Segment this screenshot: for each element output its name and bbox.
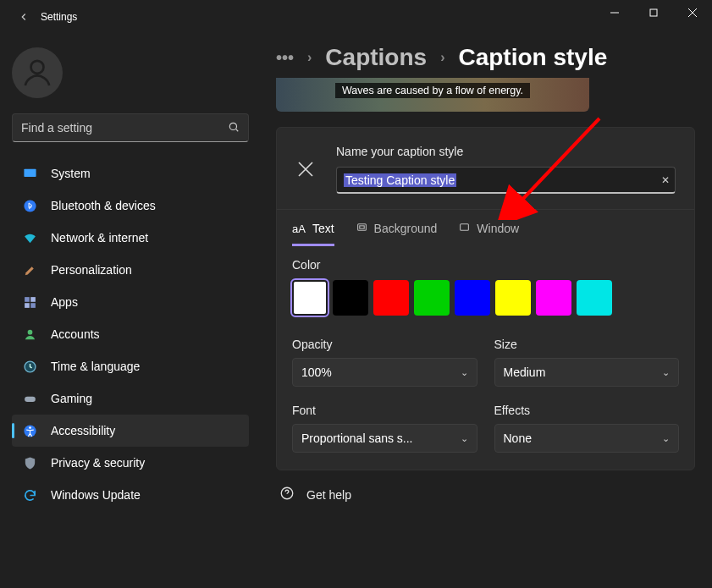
color-swatch-black[interactable]	[333, 280, 368, 316]
sidebar-item-label: Time & language	[51, 360, 140, 373]
chevron-right-icon: ›	[307, 50, 312, 65]
maximize-button[interactable]	[634, 0, 673, 25]
sidebar-item-privacy[interactable]: Privacy & security	[12, 447, 249, 479]
svg-rect-16	[25, 396, 36, 401]
svg-line-6	[236, 129, 239, 131]
sidebar-item-system[interactable]: System	[12, 157, 249, 190]
color-swatch-green[interactable]	[414, 280, 450, 316]
font-select[interactable]: Proportional sans s... ⌄	[292, 424, 477, 453]
style-name-input[interactable]: Testing Caption style ✕	[336, 167, 676, 194]
avatar[interactable]	[12, 47, 63, 98]
accounts-icon	[22, 327, 37, 342]
color-swatch-magenta[interactable]	[536, 280, 571, 316]
sidebar: System Bluetooth & devices Network & int…	[0, 34, 261, 588]
chevron-down-icon: ⌄	[461, 367, 468, 378]
tab-label: Text	[312, 222, 334, 235]
sidebar-item-network[interactable]: Network & internet	[12, 222, 249, 254]
chevron-down-icon: ⌄	[461, 433, 468, 444]
svg-rect-19	[357, 224, 366, 231]
tab-label: Background	[374, 222, 438, 235]
tab-window[interactable]: Window	[459, 222, 519, 246]
effects-select[interactable]: None ⌄	[494, 424, 680, 453]
tab-label: Window	[477, 222, 519, 235]
main-content: ••• › Captions › Caption style Waves are…	[261, 34, 712, 588]
background-icon	[356, 222, 367, 235]
opacity-value: 100%	[301, 365, 332, 379]
sidebar-item-apps[interactable]: Apps	[12, 286, 249, 318]
sidebar-item-label: Privacy & security	[51, 456, 145, 470]
opacity-select[interactable]: 100% ⌄	[292, 358, 477, 387]
tab-text[interactable]: aA Text	[292, 222, 334, 246]
accessibility-icon	[22, 423, 37, 438]
svg-point-9	[24, 200, 36, 212]
svg-point-4	[31, 61, 44, 74]
minimize-button[interactable]	[595, 0, 634, 25]
chevron-down-icon: ⌄	[662, 367, 670, 378]
clear-input-button[interactable]: ✕	[661, 174, 670, 186]
svg-rect-11	[30, 297, 36, 302]
chevron-down-icon: ⌄	[662, 433, 670, 444]
sidebar-item-accounts[interactable]: Accounts	[12, 318, 249, 350]
color-swatch-blue[interactable]	[455, 280, 490, 316]
window-title: Settings	[41, 11, 77, 23]
svg-rect-21	[461, 224, 469, 231]
sidebar-item-gaming[interactable]: Gaming	[12, 382, 249, 415]
breadcrumb: ••• › Captions › Caption style	[276, 44, 695, 71]
sidebar-item-label: Personalization	[51, 263, 132, 277]
gamepad-icon	[22, 391, 37, 406]
preview-caption-text: Waves are caused by a flow of energy.	[335, 83, 530, 98]
sidebar-item-label: Windows Update	[51, 488, 141, 502]
opacity-label: Opacity	[292, 338, 477, 351]
clock-icon	[22, 359, 37, 374]
effects-label: Effects	[494, 404, 680, 417]
bluetooth-icon	[22, 198, 37, 213]
svg-rect-1	[650, 9, 657, 16]
svg-point-18	[29, 426, 31, 429]
color-swatch-cyan[interactable]	[577, 280, 612, 316]
font-value: Proportional sans s...	[301, 431, 413, 445]
back-button[interactable]	[7, 11, 41, 23]
sidebar-item-update[interactable]: Windows Update	[12, 479, 249, 511]
sidebar-item-label: Network & internet	[51, 231, 148, 245]
tab-background[interactable]: Background	[356, 222, 438, 246]
svg-rect-13	[30, 303, 36, 308]
size-select[interactable]: Medium ⌄	[494, 358, 680, 387]
sidebar-item-time[interactable]: Time & language	[12, 350, 249, 382]
name-field-label: Name your caption style	[336, 145, 676, 158]
sidebar-item-label: Bluetooth & devices	[51, 199, 156, 212]
sidebar-item-label: Accounts	[51, 327, 100, 341]
breadcrumb-parent-link[interactable]: Captions	[325, 44, 427, 71]
svg-point-14	[27, 329, 32, 334]
sidebar-item-label: Apps	[51, 295, 78, 309]
color-swatch-yellow[interactable]	[495, 280, 531, 316]
monitor-icon	[22, 166, 37, 181]
style-tabs: aA Text Background Window	[277, 210, 694, 246]
apps-icon	[22, 294, 37, 310]
color-swatch-red[interactable]	[373, 280, 409, 316]
color-swatch-white[interactable]	[292, 280, 328, 316]
sidebar-item-accessibility[interactable]: Accessibility	[12, 415, 249, 447]
search-input[interactable]	[21, 121, 228, 135]
sidebar-item-personalization[interactable]: Personalization	[12, 254, 249, 286]
search-box[interactable]	[12, 113, 249, 142]
sidebar-item-label: Gaming	[51, 392, 92, 405]
caption-style-panel: Name your caption style Testing Caption …	[276, 127, 695, 470]
sidebar-item-label: Accessibility	[51, 424, 115, 437]
svg-rect-10	[25, 297, 30, 302]
close-button[interactable]	[673, 0, 712, 25]
search-icon	[228, 121, 240, 135]
text-icon: aA	[292, 223, 306, 235]
color-swatches	[292, 280, 679, 316]
page-title: Caption style	[458, 44, 607, 71]
get-help-link[interactable]: Get help	[276, 470, 695, 503]
caption-preview: Waves are caused by a flow of energy.	[276, 78, 589, 112]
paintbrush-icon	[22, 262, 37, 278]
sidebar-item-bluetooth[interactable]: Bluetooth & devices	[12, 190, 249, 222]
crossed-pens-icon	[295, 159, 319, 179]
breadcrumb-overflow-button[interactable]: •••	[276, 48, 294, 68]
window-icon	[459, 222, 470, 235]
help-icon	[279, 486, 295, 503]
color-label: Color	[292, 258, 679, 272]
wifi-icon	[22, 230, 37, 245]
update-icon	[22, 487, 37, 503]
